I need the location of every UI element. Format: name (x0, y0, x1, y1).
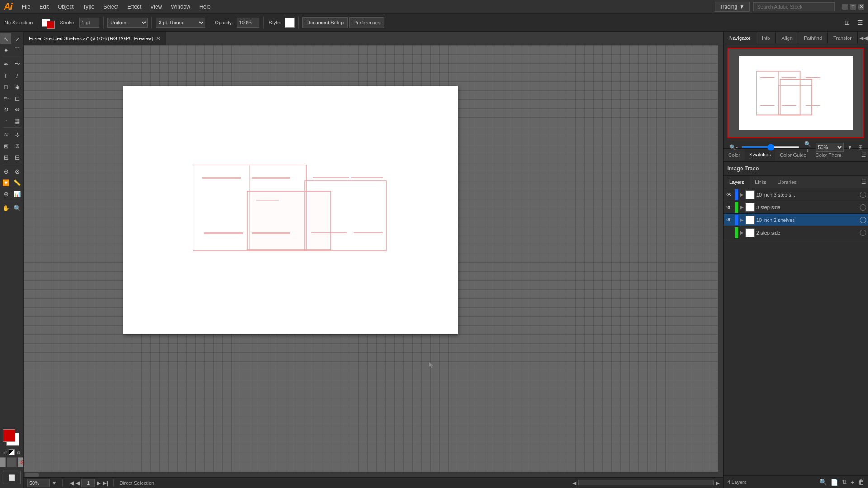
stock-search-input[interactable] (753, 2, 835, 11)
menu-type[interactable]: Type (78, 2, 99, 12)
vertical-scrollbar[interactable] (718, 45, 723, 472)
default-colors-icon[interactable] (9, 449, 15, 455)
graph-tool[interactable]: ▦ (12, 115, 23, 126)
nav-zoom-dropdown[interactable]: ▼ (845, 144, 854, 150)
pencil-tool[interactable]: ✏ (0, 93, 11, 103)
warp-tool[interactable]: ≋ (0, 129, 11, 140)
stroke-weight-select[interactable]: 3 pt. Round (156, 18, 205, 28)
document-setup-button[interactable]: Document Setup (302, 17, 348, 28)
selection-tool[interactable]: ↖ (0, 33, 11, 44)
layer-visibility-2[interactable]: 👁 (726, 204, 733, 211)
preferences-button[interactable]: Preferences (349, 17, 384, 28)
tab-close-button[interactable]: ✕ (156, 35, 160, 42)
arrange-icon[interactable]: ⊞ (842, 17, 853, 28)
page-input[interactable] (81, 479, 95, 487)
direct-selection-tool[interactable]: ↗ (12, 33, 23, 44)
h-scroll-thumb[interactable] (25, 473, 39, 477)
zoom-percent-select[interactable]: 50% (816, 143, 844, 152)
layer-item[interactable]: 👁 ▶ 10 inch 3 step s... (724, 188, 868, 201)
navigator-tab[interactable]: Navigator (724, 32, 756, 44)
free-transform-tool[interactable]: ⊠ (0, 141, 11, 151)
statusbar-nav-1[interactable]: ◀ (572, 480, 576, 486)
type-tool[interactable]: T (0, 70, 11, 81)
statusbar-nav-2[interactable]: ▶ (716, 480, 720, 486)
none-color-icon[interactable]: ⊘ (17, 450, 20, 455)
isolate-mode-icon[interactable]: ⊘ (18, 457, 24, 467)
mirror-tool[interactable]: ⇔ (12, 104, 23, 115)
layer-expand-4[interactable]: ▶ (740, 230, 744, 235)
width-tool[interactable]: ⊹ (12, 129, 23, 140)
mesh-tool[interactable]: ⊗ (12, 166, 23, 177)
layer-expand-3[interactable]: ▶ (740, 217, 744, 222)
scroll-bar-h[interactable] (578, 480, 714, 485)
hand-tool[interactable]: ✋ (0, 202, 11, 213)
window-minimize[interactable]: — (842, 4, 848, 10)
layer-item[interactable]: 👁 ▶ 10 inch 2 shelves (724, 214, 868, 226)
shaper-tool[interactable]: ⧖ (12, 141, 23, 151)
rotate-tool[interactable]: ↻ (0, 104, 11, 115)
layer-expand-2[interactable]: ▶ (740, 205, 744, 210)
ellipse-tool[interactable]: ○ (0, 115, 11, 126)
info-tab[interactable]: Info (756, 32, 776, 44)
layer-target-3[interactable] (860, 217, 866, 223)
menu-file[interactable]: File (17, 2, 35, 12)
workspace[interactable] (24, 45, 723, 472)
libraries-tab[interactable]: Libraries (772, 176, 802, 188)
layer-target-1[interactable] (860, 192, 866, 198)
align-tab[interactable]: Align (776, 32, 798, 44)
zoom-input[interactable] (27, 479, 50, 487)
layer-visibility-4[interactable] (726, 229, 733, 236)
layer-target-2[interactable] (860, 204, 866, 211)
style-swatch[interactable] (285, 18, 295, 28)
layers-menu-btn[interactable]: ☰ (859, 179, 868, 185)
prev-page-btn[interactable]: ◀ (75, 480, 80, 486)
layer-visibility-1[interactable]: 👁 (726, 191, 733, 198)
transform-tab[interactable]: Transfor (828, 32, 858, 44)
layer-visibility-3[interactable]: 👁 (726, 216, 733, 224)
navigator-thumbnail[interactable] (727, 48, 864, 138)
layer-expand-1[interactable]: ▶ (740, 192, 744, 197)
rectangle-tool[interactable]: □ (0, 81, 11, 92)
menu-view[interactable]: View (146, 2, 167, 12)
pathfinder-tab[interactable]: Pathfind (798, 32, 828, 44)
fill-stroke-colors[interactable] (3, 429, 21, 447)
new-layer-btn[interactable]: + (851, 479, 854, 486)
window-maximize[interactable]: □ (850, 4, 856, 10)
line-tool[interactable]: / (12, 70, 23, 81)
delete-layer-btn[interactable]: 🗑 (858, 479, 864, 486)
links-tab[interactable]: Links (750, 176, 772, 188)
mask-mode-icon[interactable] (7, 457, 17, 467)
column-graph-tool[interactable]: 📊 (12, 188, 23, 199)
stroke-weight-input[interactable] (79, 18, 99, 28)
gradient-tool[interactable]: ⊕ (0, 166, 11, 177)
menu-effect[interactable]: Effect (123, 2, 146, 12)
paint-bucket-tool[interactable]: ◈ (12, 81, 23, 92)
swap-colors-icon[interactable]: ⇄ (3, 450, 7, 455)
fill-color-fg[interactable] (3, 429, 15, 442)
lasso-tool[interactable]: ⌒ (12, 45, 23, 56)
layer-item[interactable]: 👁 ▶ 3 step side (724, 201, 868, 214)
menu-help[interactable]: Help (195, 2, 215, 12)
move-layer-btn[interactable]: ⇅ (842, 479, 847, 486)
menu-select[interactable]: Select (99, 2, 123, 12)
menu-window[interactable]: Window (166, 2, 195, 12)
document-tab[interactable]: Fused Stepped Shelves.ai* @ 50% (RGB/GPU… (24, 32, 166, 45)
pen-tool[interactable]: ✒ (0, 59, 11, 70)
stroke-color-indicator[interactable] (47, 21, 55, 29)
layer-target-4[interactable] (860, 230, 866, 236)
curvature-tool[interactable]: 〜 (12, 59, 23, 70)
menu-object[interactable]: Object (53, 2, 78, 12)
eyedropper-tool[interactable]: 🔽 (0, 177, 11, 188)
search-layer-btn[interactable]: 🔍 (819, 479, 827, 486)
add-layer-btn[interactable]: 📄 (830, 479, 838, 486)
crop-tool[interactable]: ⊞ (0, 152, 11, 163)
navigator-collapse-btn[interactable]: ◀◀ (858, 35, 868, 41)
options-icon[interactable]: ☰ (854, 17, 865, 28)
layer-item[interactable]: ▶ 2 step side (724, 226, 868, 239)
first-page-btn[interactable]: |◀ (68, 480, 74, 486)
artboard-tool[interactable]: ⬜ (3, 471, 21, 484)
eraser-tool[interactable]: ◻ (12, 93, 23, 103)
layers-tab[interactable]: Layers (724, 176, 750, 188)
zoom-slider[interactable] (741, 146, 800, 148)
normal-mode-icon[interactable] (0, 457, 6, 467)
